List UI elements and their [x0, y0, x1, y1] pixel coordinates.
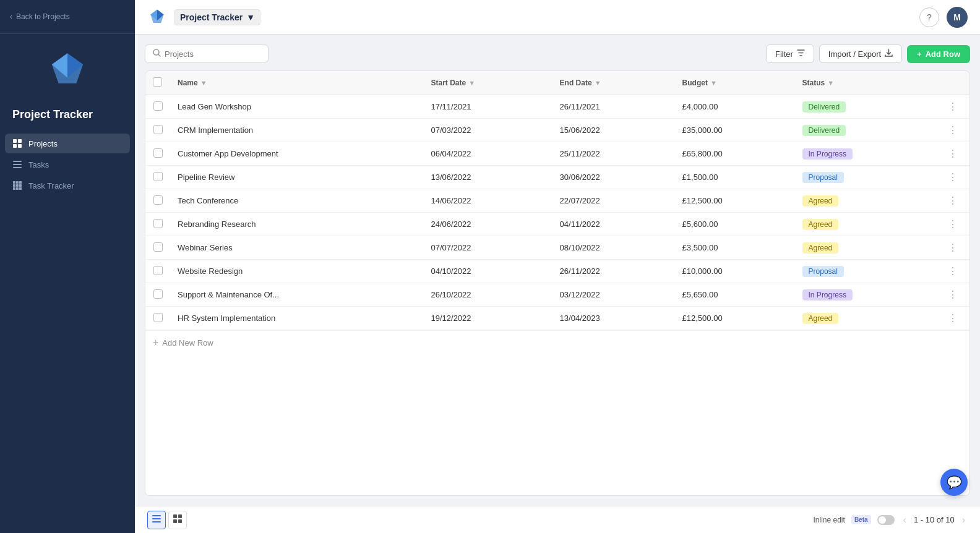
row-start-date: 04/10/2022 — [423, 260, 552, 283]
inline-edit-toggle[interactable] — [877, 515, 895, 525]
row-checkbox[interactable] — [153, 125, 163, 134]
row-checkbox[interactable] — [153, 242, 163, 252]
plus-icon: + — [917, 49, 922, 59]
toolbar: Filter Import / Export — [145, 45, 970, 63]
row-menu-button[interactable]: ⋮ — [944, 194, 962, 207]
status-badge: In Progress — [802, 289, 853, 301]
table-row: CRM Implementation 07/03/2022 15/06/2022… — [145, 119, 969, 142]
row-name: Customer App Development — [170, 142, 423, 166]
row-start-date: 06/04/2022 — [423, 142, 552, 166]
row-checkbox[interactable] — [153, 289, 163, 299]
next-page-button[interactable]: › — [960, 514, 968, 526]
row-status: Proposal — [795, 260, 937, 283]
avatar[interactable]: M — [947, 7, 968, 28]
row-name: Webinar Series — [170, 236, 423, 260]
svg-rect-19 — [152, 521, 161, 522]
col-header-status[interactable]: Status ▼ — [795, 71, 937, 95]
row-name: Lead Gen Workshop — [170, 95, 423, 119]
import-export-button[interactable]: Import / Export — [819, 45, 902, 63]
question-icon: ? — [927, 12, 932, 22]
filter-button[interactable]: Filter — [766, 45, 814, 63]
row-budget: £12,500.00 — [675, 189, 795, 213]
help-button[interactable]: ? — [919, 7, 939, 27]
search-icon — [153, 49, 161, 59]
col-header-start-date[interactable]: Start Date ▼ — [423, 71, 552, 95]
row-checkbox-cell — [145, 236, 170, 260]
back-label: Back to Projects — [16, 12, 70, 21]
table-container: Name ▼ Start Date ▼ End — [145, 70, 970, 496]
row-menu-button[interactable]: ⋮ — [944, 100, 962, 113]
row-checkbox-cell — [145, 307, 170, 330]
grid-small-icon — [12, 181, 22, 190]
row-menu-button[interactable]: ⋮ — [944, 147, 962, 160]
col-header-end-date[interactable]: End Date ▼ — [552, 71, 675, 95]
header-checkbox[interactable] — [153, 77, 162, 87]
svg-rect-13 — [13, 187, 15, 190]
prev-page-button[interactable]: ‹ — [901, 514, 909, 526]
col-header-actions — [937, 71, 969, 95]
status-badge: Agreed — [802, 195, 839, 207]
add-new-row[interactable]: + Add New Row — [145, 330, 969, 354]
sidebar-item-tasks[interactable]: Tasks — [5, 155, 130, 174]
status-badge: Proposal — [802, 172, 844, 183]
row-status: In Progress — [795, 283, 937, 307]
row-menu-cell: ⋮ — [937, 119, 969, 142]
row-checkbox[interactable] — [153, 148, 163, 158]
row-status: Agreed — [795, 307, 937, 330]
table-row: Support & Maintenance Of... 26/10/2022 0… — [145, 283, 969, 307]
add-new-row-label: Add New Row — [162, 338, 213, 348]
row-end-date: 03/12/2022 — [552, 283, 675, 307]
row-menu-cell: ⋮ — [937, 142, 969, 166]
search-input[interactable] — [165, 49, 260, 59]
back-to-projects-link[interactable]: ‹ Back to Projects — [10, 10, 125, 27]
toolbar-right: Filter Import / Export — [766, 45, 970, 63]
svg-rect-11 — [16, 184, 19, 187]
row-start-date: 19/12/2022 — [423, 307, 552, 330]
row-menu-button[interactable]: ⋮ — [944, 171, 962, 184]
svg-rect-14 — [16, 187, 19, 190]
row-menu-button[interactable]: ⋮ — [944, 124, 962, 137]
row-start-date: 17/11/2021 — [423, 95, 552, 119]
sidebar-nav: Projects Tasks — [0, 131, 135, 198]
row-checkbox[interactable] — [153, 266, 163, 275]
row-menu-button[interactable]: ⋮ — [944, 265, 962, 278]
sidebar-item-task-tracker[interactable]: Task Tracker — [5, 176, 130, 195]
chat-bubble[interactable]: 💬 — [940, 469, 968, 496]
row-checkbox[interactable] — [153, 101, 163, 111]
row-checkbox[interactable] — [153, 195, 163, 205]
row-end-date: 26/11/2021 — [552, 95, 675, 119]
sidebar-item-projects[interactable]: Projects — [5, 134, 130, 153]
row-menu-cell: ⋮ — [937, 307, 969, 330]
export-icon — [885, 49, 893, 59]
row-checkbox[interactable] — [153, 219, 163, 228]
svg-rect-10 — [13, 184, 15, 187]
row-menu-button[interactable]: ⋮ — [944, 241, 962, 254]
row-budget: £10,000.00 — [675, 260, 795, 283]
row-status: Agreed — [795, 213, 937, 236]
row-menu-button[interactable]: ⋮ — [944, 218, 962, 231]
row-checkbox[interactable] — [153, 172, 163, 181]
search-box[interactable] — [145, 45, 269, 63]
row-menu-button[interactable]: ⋮ — [944, 312, 962, 325]
col-header-budget[interactable]: Budget ▼ — [675, 71, 795, 95]
add-row-button[interactable]: + Add Row — [907, 45, 970, 63]
row-budget: £5,600.00 — [675, 213, 795, 236]
app-name-dropdown[interactable]: Project Tracker ▼ — [174, 9, 260, 25]
row-checkbox-cell — [145, 142, 170, 166]
filter-icon — [797, 49, 805, 59]
col-header-name[interactable]: Name ▼ — [170, 71, 423, 95]
svg-rect-5 — [13, 164, 22, 165]
col-header-check — [145, 71, 170, 95]
row-status: Proposal — [795, 166, 937, 189]
svg-rect-4 — [13, 161, 22, 162]
topbar: Project Tracker ▼ ? M — [135, 0, 980, 35]
grid-view-button[interactable] — [168, 511, 187, 529]
row-menu-button[interactable]: ⋮ — [944, 288, 962, 301]
row-end-date: 30/06/2022 — [552, 166, 675, 189]
filter-label: Filter — [775, 49, 793, 59]
row-checkbox[interactable] — [153, 313, 163, 322]
sidebar-item-label: Task Tracker — [28, 181, 74, 190]
sidebar: ‹ Back to Projects Project Tracker Proje… — [0, 0, 135, 533]
list-view-button[interactable] — [147, 511, 166, 529]
row-checkbox-cell — [145, 213, 170, 236]
